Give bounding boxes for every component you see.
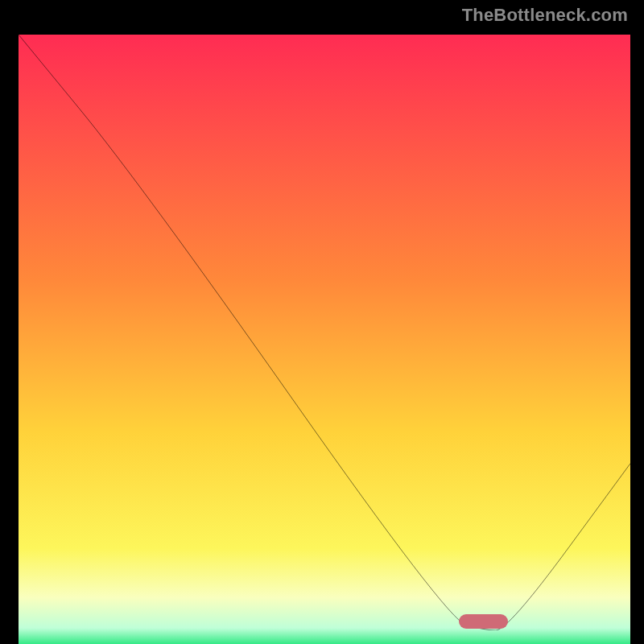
plot-area bbox=[16, 32, 633, 633]
bottleneck-chart: TheBottleneck.com bbox=[0, 0, 644, 644]
watermark-text: TheBottleneck.com bbox=[462, 5, 628, 26]
optimal-range-marker bbox=[459, 614, 508, 629]
bottleneck-curve bbox=[19, 35, 630, 630]
